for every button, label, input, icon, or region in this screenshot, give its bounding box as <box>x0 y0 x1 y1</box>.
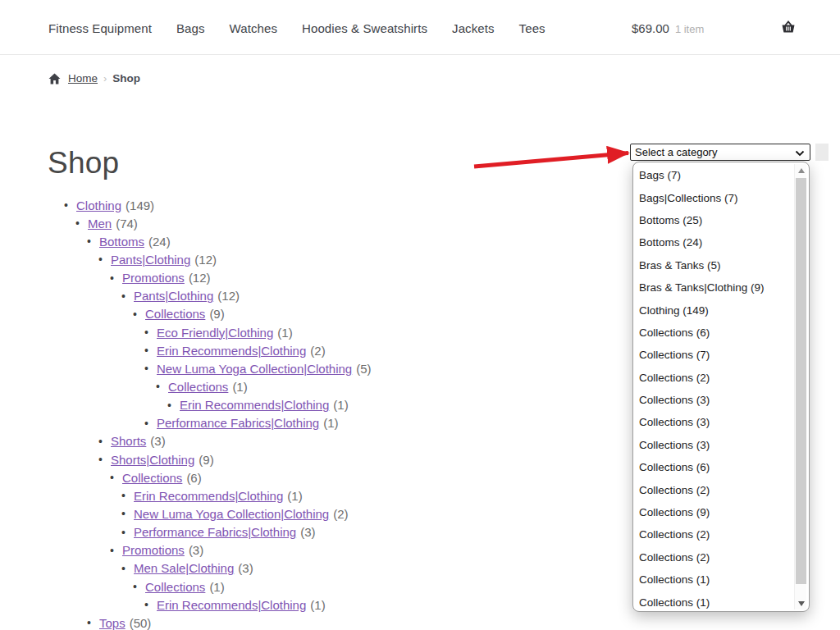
scrollbar-down-button[interactable] <box>795 597 807 609</box>
category-link[interactable]: Collections <box>145 580 205 594</box>
dropdown-option[interactable]: Bags (7) <box>633 164 793 186</box>
nav-link-hoodies-sweatshirts[interactable]: Hoodies & Sweatshirts <box>302 21 427 35</box>
category-link[interactable]: Erin Recommends|Clothing <box>134 489 283 503</box>
nav-item-hoodies-sweatshirts: Hoodies & Sweatshirts <box>302 21 427 36</box>
breadcrumb-separator: › <box>103 72 107 84</box>
dropdown-option[interactable]: Collections (3) <box>633 434 793 456</box>
category-link[interactable]: Performance Fabrics|Clothing <box>134 525 296 539</box>
category-tree-item: •New Luma Yoga Collection|Clothing(5) <box>64 359 573 377</box>
cart-item-count: 1 item <box>675 23 704 35</box>
category-link[interactable]: Clothing <box>76 199 121 212</box>
dropdown-option[interactable]: Bags|Collections (7) <box>633 186 793 208</box>
dropdown-option[interactable]: Bottoms (25) <box>633 209 793 231</box>
category-select-value: Select a category <box>635 146 717 158</box>
category-tree-item: •Men(74) <box>64 214 573 232</box>
category-tree-item: •Tops(50) <box>64 614 573 630</box>
breadcrumb-home-link[interactable]: Home <box>68 72 98 84</box>
nav-link-tees[interactable]: Tees <box>519 21 546 35</box>
category-count: (3) <box>238 561 253 575</box>
category-link[interactable]: Erin Recommends|Clothing <box>180 398 329 412</box>
dropdown-option[interactable]: Collections (2) <box>633 478 793 500</box>
bullet-icon: • <box>121 562 134 575</box>
nav-link-bags[interactable]: Bags <box>176 21 205 35</box>
category-count: (12) <box>217 289 240 303</box>
category-tree-item: •Promotions(12) <box>64 269 573 287</box>
category-count: (3) <box>300 525 315 539</box>
category-link[interactable]: Erin Recommends|Clothing <box>157 344 306 358</box>
category-link[interactable]: Pants|Clothing <box>134 289 213 303</box>
dropdown-option[interactable]: Collections (2) <box>633 546 793 568</box>
category-tree-item: •New Luma Yoga Collection|Clothing(2) <box>64 504 573 523</box>
nav-link-watches[interactable]: Watches <box>230 21 278 35</box>
bullet-icon: • <box>121 290 134 303</box>
category-count: (24) <box>148 235 171 249</box>
dropdown-option[interactable]: Bras & Tanks|Clothing (9) <box>633 276 793 299</box>
category-link[interactable]: Shorts|Clothing <box>111 453 194 467</box>
nav-item-bags: Bags <box>176 21 205 36</box>
dropdown-option[interactable]: Collections (6) <box>633 456 793 478</box>
dropdown-scrollbar[interactable] <box>794 164 806 609</box>
category-link[interactable]: Promotions <box>122 271 185 285</box>
bullet-icon: • <box>98 453 111 466</box>
cart-link[interactable]: $69.001 item <box>632 21 704 35</box>
category-link[interactable]: New Luma Yoga Collection|Clothing <box>157 362 352 376</box>
nav-item-tees: Tees <box>519 21 546 36</box>
gray-box-stub <box>815 144 829 161</box>
nav-link-fitness-equipment[interactable]: Fitness Equipment <box>48 21 152 35</box>
category-count: (1) <box>333 398 348 412</box>
category-tree-item: •Shorts(3) <box>64 432 573 450</box>
scrollbar-thumb[interactable] <box>796 178 806 584</box>
category-tree-item: •Promotions(3) <box>64 541 573 559</box>
category-select[interactable]: Select a category <box>630 144 810 161</box>
bullet-icon: • <box>167 399 180 412</box>
category-link[interactable]: Performance Fabrics|Clothing <box>157 416 319 430</box>
nav-item-watches: Watches <box>230 21 278 36</box>
category-link[interactable]: Men <box>88 217 112 231</box>
category-link[interactable]: Erin Recommends|Clothing <box>157 598 306 612</box>
category-link[interactable]: Eco Friendly|Clothing <box>157 326 273 340</box>
category-link[interactable]: Collections <box>122 471 182 485</box>
category-link[interactable]: Pants|Clothing <box>111 253 190 267</box>
triangle-down-icon <box>798 601 805 606</box>
category-count: (9) <box>199 453 213 467</box>
bullet-icon: • <box>98 435 111 448</box>
dropdown-option[interactable]: Bras & Tanks (5) <box>633 254 793 276</box>
dropdown-option[interactable]: Bottoms (24) <box>633 231 793 253</box>
scrollbar-up-button[interactable] <box>795 164 807 176</box>
category-link[interactable]: Collections <box>168 380 228 394</box>
category-count: (9) <box>209 307 224 321</box>
category-link[interactable]: Tops <box>99 616 126 630</box>
nav-link-jackets[interactable]: Jackets <box>452 21 495 35</box>
basket-icon[interactable] <box>781 21 796 38</box>
dropdown-option[interactable]: Collections (3) <box>633 411 793 433</box>
primary-nav: Fitness EquipmentBagsWatchesHoodies & Sw… <box>48 21 546 36</box>
category-dropdown-list: Bags (7)Bags|Collections (7)Bottoms (25)… <box>632 162 810 612</box>
dropdown-option[interactable]: Collections (2) <box>633 523 793 546</box>
dropdown-option[interactable]: Collections (9) <box>633 501 793 523</box>
dropdown-option[interactable]: Collections (1) <box>633 591 793 612</box>
category-link[interactable]: Promotions <box>122 543 185 557</box>
dropdown-option[interactable]: Collections (7) <box>633 344 793 366</box>
category-link[interactable]: Collections <box>145 307 205 321</box>
dropdown-option[interactable]: Collections (1) <box>633 568 793 591</box>
cart-total: $69.00 <box>632 21 669 35</box>
bullet-icon: • <box>121 489 134 502</box>
category-link[interactable]: Shorts <box>111 434 146 448</box>
category-count: (6) <box>186 471 201 485</box>
dropdown-option[interactable]: Collections (6) <box>633 322 793 344</box>
nav-item-fitness-equipment: Fitness Equipment <box>48 21 152 36</box>
bullet-icon: • <box>144 326 157 339</box>
triangle-up-icon <box>798 168 805 173</box>
bullet-icon: • <box>110 544 122 557</box>
category-tree-item: •Clothing(149) <box>64 196 573 214</box>
dropdown-option[interactable]: Collections (2) <box>633 367 793 389</box>
category-tree-item: •Erin Recommends|Clothing(1) <box>64 486 573 504</box>
category-link[interactable]: New Luma Yoga Collection|Clothing <box>134 507 329 521</box>
category-tree-item: •Pants|Clothing(12) <box>64 287 573 305</box>
dropdown-option[interactable]: Collections (3) <box>633 389 793 411</box>
dropdown-option[interactable]: Clothing (149) <box>633 299 793 321</box>
category-count: (12) <box>194 253 217 267</box>
category-link[interactable]: Men Sale|Clothing <box>134 561 234 575</box>
category-count: (2) <box>333 507 348 521</box>
category-link[interactable]: Bottoms <box>99 235 144 249</box>
